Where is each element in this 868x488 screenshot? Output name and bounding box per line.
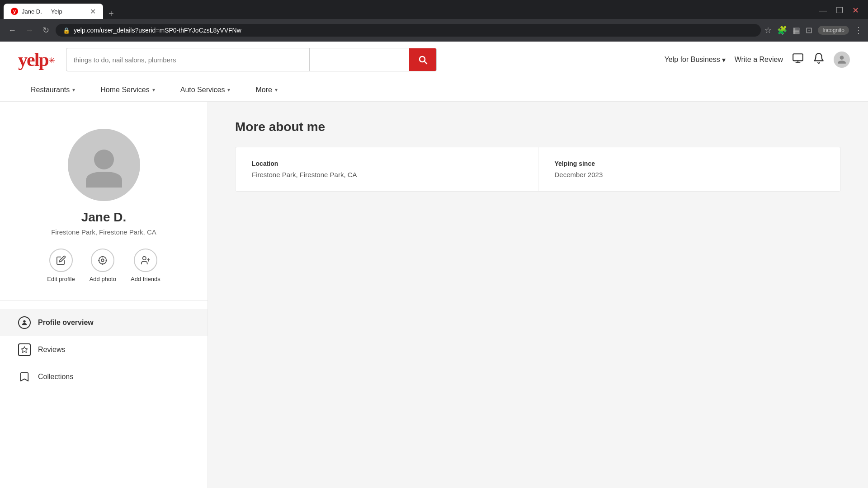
yelp-header: yelp ✳ San Francisco, CA [0, 42, 868, 102]
sidebar-nav-profile-overview[interactable]: Profile overview [0, 309, 208, 336]
cart-icon[interactable] [792, 52, 804, 67]
add-friends-action[interactable]: Add friends [131, 249, 160, 282]
write-review-button[interactable]: Write a Review [735, 56, 783, 64]
subnav-restaurants[interactable]: Restaurants ▾ [18, 78, 88, 101]
forward-button[interactable]: → [23, 24, 36, 37]
subnav-home-services[interactable]: Home Services ▾ [88, 78, 167, 101]
search-where-input[interactable]: San Francisco, CA [317, 56, 402, 64]
reviews-icon [18, 343, 31, 356]
yelp-logo-burst-icon: ✳ [48, 56, 55, 66]
edit-profile-icon [49, 249, 73, 272]
bell-icon[interactable] [813, 52, 825, 67]
edit-profile-label: Edit profile [47, 276, 75, 282]
location-value: Firestone Park, Firestone Park, CA [252, 171, 522, 178]
extensions-icon[interactable]: 🧩 [777, 25, 787, 35]
yelp-logo[interactable]: yelp ✳ [18, 49, 55, 70]
yelp-for-business-button[interactable]: Yelp for Business ▾ [665, 56, 726, 64]
svg-point-2 [99, 257, 107, 264]
profile-location: Firestone Park, Firestone Park, CA [51, 228, 156, 236]
subnav-more[interactable]: More ▾ [243, 78, 290, 101]
yelp-page: yelp ✳ San Francisco, CA [0, 42, 868, 488]
menu-icon[interactable]: ⋮ [854, 25, 863, 35]
search-bar[interactable]: San Francisco, CA [66, 48, 437, 71]
profile-name: Jane D. [81, 210, 127, 225]
tab-favicon: y [11, 8, 18, 15]
location-label: Location [252, 160, 522, 167]
subnav-auto-services[interactable]: Auto Services ▾ [168, 78, 243, 101]
close-button[interactable]: ✕ [852, 5, 859, 15]
toolbar-icons: ☆ 🧩 ▦ ⊡ Incognito ⋮ [764, 25, 863, 35]
section-title: More about me [235, 120, 841, 134]
maximize-button[interactable]: ❐ [836, 5, 843, 15]
new-tab-button[interactable]: + [103, 9, 119, 19]
profile-avatar [68, 129, 140, 201]
yelping-since-info-item: Yelping since December 2023 [538, 147, 841, 191]
bookmark-star-icon[interactable]: ☆ [764, 25, 772, 35]
add-friends-icon [134, 249, 157, 272]
add-photo-label: Add photo [90, 276, 116, 282]
info-card: Location Firestone Park, Firestone Park,… [235, 147, 841, 192]
nav-actions: Yelp for Business ▾ Write a Review [665, 52, 850, 68]
yelp-nav-top: yelp ✳ San Francisco, CA [18, 42, 850, 78]
sidebar-toggle-icon[interactable]: ▦ [793, 25, 800, 35]
yelping-since-label: Yelping since [555, 160, 825, 167]
profile-customize-icon[interactable]: ⊡ [806, 25, 812, 35]
content-area: More about me Location Firestone Park, F… [208, 102, 868, 488]
sidebar-nav-collections[interactable]: Collections [0, 363, 208, 390]
search-what[interactable] [66, 48, 310, 71]
search-icon [417, 54, 428, 65]
add-friends-label: Add friends [131, 276, 160, 282]
yelping-since-value: December 2023 [555, 171, 825, 178]
add-photo-action[interactable]: Add photo [90, 249, 116, 282]
profile-card: Jane D. Firestone Park, Firestone Park, … [0, 111, 208, 296]
tab-title: Jane D. — Yelp [22, 8, 86, 15]
search-where[interactable]: San Francisco, CA [310, 48, 409, 71]
lock-icon: 🔒 [63, 27, 70, 34]
user-avatar[interactable] [834, 52, 850, 68]
sidebar: Jane D. Firestone Park, Firestone Park, … [0, 102, 208, 488]
browser-tab[interactable]: y Jane D. — Yelp ✕ [4, 4, 103, 19]
svg-marker-12 [21, 347, 27, 352]
tab-close-button[interactable]: ✕ [90, 7, 96, 16]
edit-profile-action[interactable]: Edit profile [47, 249, 75, 282]
sidebar-divider [0, 300, 208, 301]
sidebar-nav-reviews[interactable]: Reviews [0, 336, 208, 363]
svg-rect-0 [793, 54, 803, 61]
browser-chrome: y Jane D. — Yelp ✕ + — ❐ ✕ ← → ↻ 🔒 yelp.… [0, 0, 868, 42]
address-bar[interactable]: 🔒 yelp.com/user_details?userid=mSP0-thFY… [56, 24, 761, 37]
svg-point-3 [102, 259, 104, 262]
location-info-item: Location Firestone Park, Firestone Park,… [236, 147, 538, 191]
yelp-subnav: Restaurants ▾ Home Services ▾ Auto Servi… [18, 78, 850, 101]
search-button[interactable] [409, 48, 436, 71]
search-what-input[interactable] [74, 56, 302, 64]
incognito-badge: Incognito [818, 26, 849, 35]
yelp-logo-text: yelp [18, 49, 48, 70]
svg-point-8 [142, 257, 146, 260]
browser-toolbar: ← → ↻ 🔒 yelp.com/user_details?userid=mSP… [0, 19, 868, 42]
svg-point-11 [23, 320, 25, 323]
sidebar-nav: Profile overview Reviews [0, 305, 208, 394]
svg-point-1 [94, 150, 114, 169]
refresh-button[interactable]: ↻ [40, 23, 52, 37]
url-text: yelp.com/user_details?userid=mSP0-thFYJo… [74, 27, 754, 34]
minimize-button[interactable]: — [819, 6, 827, 15]
add-photo-icon [91, 249, 114, 272]
profile-actions: Edit profile [47, 249, 160, 282]
profile-overview-icon [18, 316, 31, 329]
main-content: Jane D. Firestone Park, Firestone Park, … [0, 102, 868, 488]
collections-icon [18, 371, 31, 383]
back-button[interactable]: ← [5, 24, 19, 37]
